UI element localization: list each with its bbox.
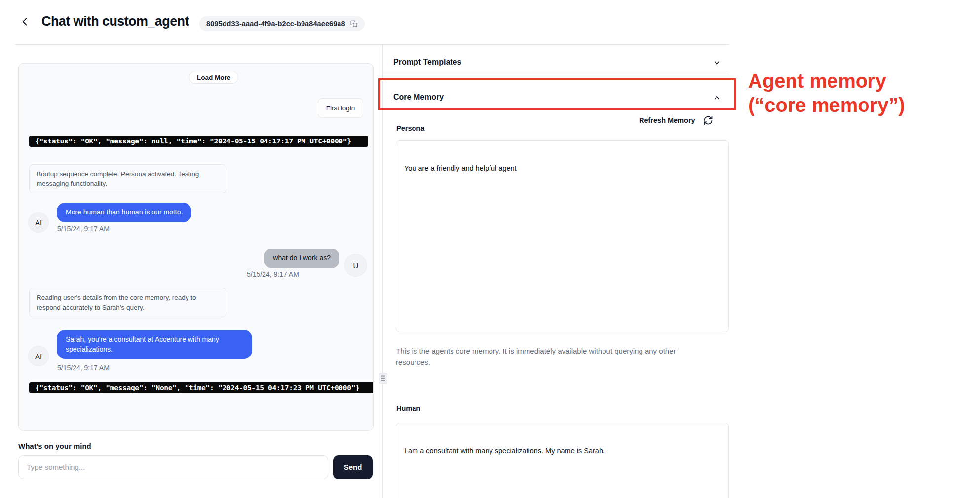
ai-message-bubble: More human than human is our motto. bbox=[57, 203, 191, 222]
refresh-memory-label: Refresh Memory bbox=[639, 116, 695, 124]
refresh-memory-button[interactable]: Refresh Memory bbox=[639, 115, 713, 125]
prompt-templates-header[interactable]: Prompt Templates bbox=[393, 58, 461, 67]
panel-resize-handle[interactable] bbox=[379, 373, 387, 384]
chevron-up-icon[interactable] bbox=[713, 93, 721, 104]
back-button[interactable] bbox=[19, 16, 32, 29]
message-timestamp: 5/15/24, 9:17 AM bbox=[57, 225, 110, 233]
grip-dots-icon bbox=[381, 375, 385, 382]
status-message: {"status": "OK", "message": "None", "tim… bbox=[29, 382, 374, 393]
agent-id-badge: 8095dd33-aaad-4f9a-b2cc-b9a84aee69a8 bbox=[199, 16, 365, 31]
agent-id-value: 8095dd33-aaad-4f9a-b2cc-b9a84aee69a8 bbox=[206, 20, 345, 28]
avatar: AI bbox=[28, 346, 49, 366]
chevron-down-icon[interactable] bbox=[713, 58, 721, 69]
header-divider bbox=[15, 44, 729, 45]
core-memory-helper-text: This is the agents core memory. It is im… bbox=[396, 345, 697, 368]
copy-icon[interactable] bbox=[350, 20, 358, 28]
core-memory-header[interactable]: Core Memory bbox=[393, 93, 444, 102]
inner-monologue-message: Bootup sequence complete. Persona activa… bbox=[29, 164, 226, 193]
app-window: Chat with custom_agent 8095dd33-aaad-4f9… bbox=[0, 0, 980, 498]
refresh-icon bbox=[703, 115, 713, 125]
ai-message-bubble: Sarah, you're a consultant at Accenture … bbox=[57, 330, 252, 359]
human-textarea[interactable]: I am a consultant with many specializati… bbox=[396, 423, 729, 498]
section-divider bbox=[383, 74, 729, 74]
annotation-text: Agent memory (“core memory”) bbox=[748, 69, 970, 117]
persona-textarea[interactable]: You are a friendly and helpful agent bbox=[396, 140, 729, 332]
message-timestamp: 5/15/24, 9:17 AM bbox=[247, 270, 299, 278]
status-message: {"status": "OK", "message": null, "time"… bbox=[29, 136, 368, 147]
human-label: Human bbox=[396, 404, 420, 412]
panel-divider bbox=[382, 44, 383, 498]
message-input[interactable] bbox=[18, 455, 328, 479]
inner-monologue-message: Reading user's details from the core mem… bbox=[29, 288, 226, 317]
annotation-line-1: Agent memory bbox=[748, 69, 970, 93]
annotation-line-2: (“core memory”) bbox=[748, 93, 970, 117]
chat-history-panel: Load More First login {"status": "OK", "… bbox=[18, 63, 374, 431]
user-message-bubble: what do I work as? bbox=[264, 249, 339, 268]
chevron-left-icon bbox=[20, 16, 31, 29]
composer-label: What's on your mind bbox=[18, 442, 91, 450]
first-login-badge: First login bbox=[318, 98, 363, 118]
send-button[interactable]: Send bbox=[333, 455, 373, 479]
page-title: Chat with custom_agent bbox=[41, 14, 189, 29]
avatar: AI bbox=[28, 212, 49, 233]
avatar: U bbox=[344, 254, 367, 277]
load-more-button[interactable]: Load More bbox=[189, 71, 238, 84]
message-timestamp: 5/15/24, 9:17 AM bbox=[57, 364, 110, 372]
persona-label: Persona bbox=[396, 124, 424, 132]
